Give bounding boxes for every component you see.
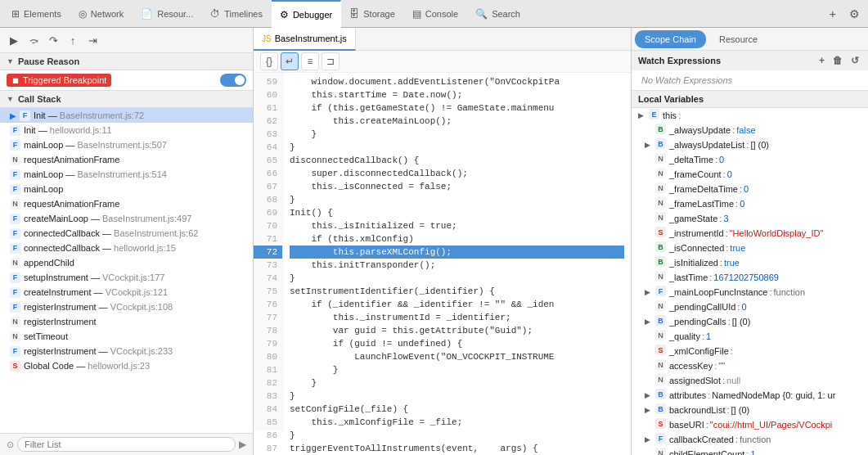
local-variable-item[interactable]: N _deltaTime : 0 <box>632 152 868 167</box>
call-stack-item[interactable]: FmainLoop — BaseInstrument.js:507 <box>0 137 253 152</box>
step-over-button[interactable]: ⤼ <box>25 31 43 49</box>
call-stack-item[interactable]: NrequestAnimationFrame <box>0 152 253 167</box>
call-stack-item[interactable]: FconnectedCallback — BaseInstrument.js:6… <box>0 226 253 241</box>
continue-button[interactable]: ▶ <box>5 31 23 49</box>
local-variable-item[interactable]: N _quality : 1 <box>632 329 868 344</box>
local-variable-item[interactable]: N childElementCount : 1 <box>632 447 868 455</box>
call-stack-item[interactable]: FmainLoop — BaseInstrument.js:514 <box>0 167 253 182</box>
refresh-watch-button[interactable]: ↺ <box>848 54 861 67</box>
file-tab-baseinstrument[interactable]: JS BaseInstrument.js <box>254 28 356 51</box>
filter-arrow[interactable]: ▶ <box>239 439 246 450</box>
call-stack-item[interactable]: NregisterInstrument <box>0 314 253 329</box>
var-colon: : <box>732 124 735 137</box>
local-variable-item[interactable]: ▶ B attributes : NamedNodeMap {0: guid, … <box>632 388 868 403</box>
tab-network[interactable]: ◎ Network <box>70 0 133 28</box>
call-stack-list: ▶FInit — BaseInstrument.js:72FInit — hel… <box>0 108 253 433</box>
pause-reason-label: Pause Reason <box>18 56 79 66</box>
var-value: 3 <box>723 212 728 225</box>
expand-arrow[interactable]: ▶ <box>645 315 653 328</box>
local-variable-item[interactable]: N _frameCount : 0 <box>632 167 868 182</box>
step-into-button[interactable]: ↷ <box>44 31 62 49</box>
step-out-button[interactable]: ↑ <box>64 31 82 49</box>
line-number: 72 <box>254 246 282 259</box>
line-number: 71 <box>254 232 282 246</box>
var-name: _frameCount <box>669 168 722 181</box>
call-stack-item[interactable]: FmainLoop <box>0 182 253 196</box>
local-variable-item[interactable]: B _alwaysUpdate : false <box>632 123 868 137</box>
call-stack-item[interactable]: FregisterInstrument — VCockpit.js:233 <box>0 344 253 358</box>
filter-input[interactable] <box>17 437 236 452</box>
tab-resources[interactable]: 📄 Resour... <box>133 0 202 28</box>
local-variable-item[interactable]: S baseURI : "coui://html_UI/Pages/VCockp… <box>632 417 868 432</box>
local-variable-item[interactable]: N _frameLastTime : 0 <box>632 196 868 211</box>
var-name: accessKey <box>669 359 713 372</box>
expand-arrow[interactable]: ▶ <box>645 138 653 151</box>
call-stack-item[interactable]: FregisterInstrument — VCockpit.js:108 <box>0 300 253 314</box>
call-stack-text: Init — helloworld.js:11 <box>24 125 112 135</box>
format-btn-arrow[interactable]: ↵ <box>281 52 299 70</box>
settings-button[interactable]: ⚙ <box>844 6 865 22</box>
pause-reason-header[interactable]: ▼ Pause Reason <box>0 53 253 70</box>
call-stack-header[interactable]: ▼ Call Stack <box>0 91 253 108</box>
local-variable-item[interactable]: ▶ B _pendingCalls : [] (0) <box>632 314 868 329</box>
var-name: _mainLoopFuncInstance <box>669 286 767 299</box>
local-variable-item[interactable]: N _pendingCallUId : 0 <box>632 300 868 314</box>
local-variable-item[interactable]: N _lastTime : 1671202750869 <box>632 270 868 285</box>
expand-arrow[interactable]: ▶ <box>638 109 646 122</box>
type-badge: F <box>10 169 20 180</box>
code-line: this._isInitialized = true; <box>290 219 624 232</box>
type-badge: F <box>10 140 20 151</box>
step-out2-button[interactable]: ⇥ <box>83 31 101 49</box>
call-stack-item[interactable]: SGlobal Code — helloworld.js:23 <box>0 358 253 373</box>
format-btn-wrap[interactable]: ⊐ <box>322 52 340 70</box>
clear-watch-button[interactable]: 🗑 <box>830 54 845 67</box>
tab-resource[interactable]: Resource <box>709 28 767 51</box>
local-variable-item[interactable]: S _xmlConfigFile : <box>632 344 868 358</box>
call-stack-item[interactable]: FconnectedCallback — helloworld.js:15 <box>0 241 253 255</box>
add-watch-button[interactable]: + <box>816 54 827 67</box>
format-btn-linebreak[interactable]: ≡ <box>301 52 319 70</box>
expand-arrow[interactable]: ▶ <box>645 433 653 446</box>
format-btn-curly[interactable]: {} <box>260 52 278 70</box>
line-number: 81 <box>254 363 282 376</box>
call-stack-text: requestAnimationFrame <box>24 155 119 164</box>
tab-storage[interactable]: 🗄 Storage <box>341 0 404 28</box>
code-line: } <box>290 141 624 154</box>
local-variable-item[interactable]: N accessKey : "" <box>632 358 868 373</box>
call-stack-item[interactable]: ▶FInit — BaseInstrument.js:72 <box>0 108 253 123</box>
call-stack-item[interactable]: FcreateInstrument — VCockpit.js:121 <box>0 285 253 300</box>
expand-arrow[interactable]: ▶ <box>645 286 653 299</box>
local-variable-item[interactable]: B _isInitialized : true <box>632 255 868 270</box>
local-variable-item[interactable]: ▶ B backroundList : [] (0) <box>632 403 868 417</box>
call-stack-item[interactable]: FsetupInstrument — VCockpit.js:177 <box>0 270 253 285</box>
pause-reason-toggle[interactable] <box>220 74 246 87</box>
call-stack-item[interactable]: FcreateMainLoop — BaseInstrument.js:497 <box>0 211 253 226</box>
var-colon: : <box>678 109 681 122</box>
tab-scope-chain[interactable]: Scope Chain <box>635 30 706 48</box>
tab-debugger[interactable]: ⚙ Debugger <box>272 0 341 28</box>
tab-timelines[interactable]: ⏱ Timelines <box>202 0 272 28</box>
code-area[interactable]: 5758596061626364656667686970717273747576… <box>254 73 631 455</box>
local-variable-item[interactable]: S _instrumentId : "HelloWorldDisplay_ID" <box>632 226 868 241</box>
expand-arrow[interactable]: ▶ <box>645 389 653 402</box>
tab-search[interactable]: 🔍 Search <box>467 0 529 28</box>
local-variable-item[interactable]: N _gameState : 3 <box>632 211 868 226</box>
add-tab-button[interactable]: + <box>825 6 841 22</box>
var-name: _isInitialized <box>669 256 718 269</box>
call-stack-item[interactable]: FInit — helloworld.js:11 <box>0 123 253 137</box>
local-variable-item[interactable]: ▶ E this : <box>632 108 868 123</box>
var-colon: : <box>709 271 712 284</box>
call-stack-item[interactable]: NappendChild <box>0 255 253 270</box>
tab-elements[interactable]: ⊞ Elements <box>3 0 70 28</box>
tab-console[interactable]: ▤ Console <box>404 0 467 28</box>
local-variable-item[interactable]: N assignedSlot : null <box>632 373 868 388</box>
local-variable-item[interactable]: ▶ B _alwaysUpdateList : [] (0) <box>632 137 868 152</box>
local-variable-item[interactable]: B _isConnected : true <box>632 241 868 255</box>
call-stack-item[interactable]: NrequestAnimationFrame <box>0 196 253 211</box>
code-content[interactable]: this.loadURLAttributes(); this.loadXMLCo… <box>283 73 631 431</box>
local-variable-item[interactable]: ▶ F _mainLoopFuncInstance : function <box>632 285 868 300</box>
local-variable-item[interactable]: ▶ F callbackCreated : function <box>632 432 868 447</box>
local-variable-item[interactable]: N _frameDeltaTime : 0 <box>632 182 868 196</box>
call-stack-item[interactable]: NsetTimeout <box>0 329 253 344</box>
expand-arrow[interactable]: ▶ <box>645 403 653 417</box>
